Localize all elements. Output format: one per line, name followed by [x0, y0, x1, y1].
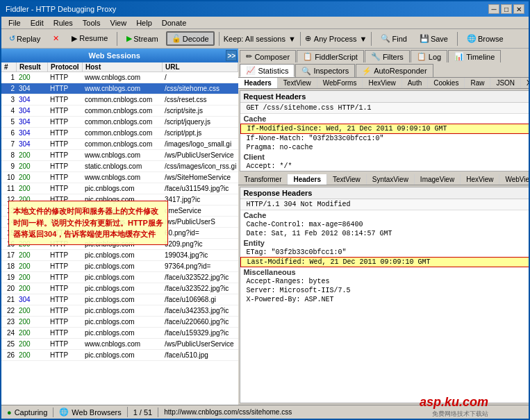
resp-accept-ranges: Accept-Ranges: bytes: [240, 277, 529, 286]
resp-tab-webview[interactable]: WebView: [499, 174, 529, 185]
sub-tab-headers[interactable]: Headers: [238, 78, 277, 88]
sub-tab-raw[interactable]: Raw: [465, 78, 490, 88]
resp-tab-headers[interactable]: Headers: [288, 174, 326, 185]
resp-tab-transformer[interactable]: Transformer: [238, 174, 288, 185]
sub-tab-auth[interactable]: Auth: [402, 78, 429, 88]
response-entity-group: Entity ETag: "03f2b33c0bfcc1:0" Last-Mod…: [240, 238, 529, 267]
replay-button[interactable]: ↺ Replay: [4, 32, 45, 45]
table-row[interactable]: 23 200 HTTP pic.cnblogs.com /face/u22066…: [1, 317, 238, 328]
tab-inspectors[interactable]: 🔍 Inspectors: [295, 64, 355, 77]
sessions-title: Web Sessions: [3, 51, 226, 60]
tab-statistics[interactable]: 📈 Statistics: [240, 64, 295, 77]
brand-text: asp.ku.com: [420, 395, 488, 410]
menu-view[interactable]: View: [106, 18, 131, 28]
table-row[interactable]: 25 200 HTTP www.cnblogs.com /ws/PublicUs…: [1, 339, 238, 350]
inspectors-sub-tabs: Headers TextView WebForms HexView Auth C…: [238, 78, 529, 89]
resp-cache-control: Cache-Control: max-age=86400: [240, 220, 529, 229]
table-row[interactable]: 5 304 HTTP common.cnblogs.com /script/jq…: [1, 117, 238, 128]
filters-icon: 🔧: [371, 52, 381, 61]
resume-button[interactable]: ▶ Resume: [67, 32, 113, 45]
toolbar-sep2: [219, 32, 220, 46]
table-row[interactable]: 3 304 HTTP common.cnblogs.com /css/reset…: [1, 94, 238, 106]
menu-edit[interactable]: Edit: [26, 18, 48, 28]
sub-tab-hexview[interactable]: HexView: [363, 78, 401, 88]
sub-tab-webforms[interactable]: WebForms: [317, 78, 363, 88]
table-row[interactable]: 6 304 HTTP common.cnblogs.com /script/pp…: [1, 128, 238, 139]
resp-tab-textview[interactable]: TextView: [327, 174, 367, 185]
tab-log[interactable]: 📋 Log: [411, 50, 447, 62]
browse-button[interactable]: 🌐 Browse: [462, 32, 508, 45]
table-row[interactable]: 2 304 HTTP www.cnblogs.com /css/sitehome…: [1, 83, 238, 94]
maximize-button[interactable]: □: [501, 4, 512, 14]
right-panel: ✏ Composer 📋 FiddlerScript 🔧 Filters 📋 L…: [238, 49, 529, 405]
tab-autoresponder[interactable]: ⚡ AutoResponder: [356, 64, 433, 77]
status-page-count: 1 / 51: [128, 408, 159, 417]
col-header-result[interactable]: Result: [17, 62, 48, 72]
top-tab-bar: ✏ Composer 📋 FiddlerScript 🔧 Filters 📋 L…: [238, 49, 529, 62]
table-row[interactable]: 11 200 HTTP pic.cnblogs.com /face/u31154…: [1, 183, 238, 194]
save-button[interactable]: 💾 Save: [415, 32, 453, 45]
tab-timeline[interactable]: 📊 Timeline: [448, 50, 501, 62]
table-row[interactable]: 21 304 HTTP pic.cnblogs.com /face/u10696…: [1, 294, 238, 305]
stream-button[interactable]: ▶ Stream: [122, 32, 163, 45]
status-capturing[interactable]: ● Capturing: [1, 408, 53, 417]
tab-fiddlerscript[interactable]: 📋 FiddlerScript: [297, 50, 364, 62]
sessions-table[interactable]: 1 200 HTTP www.cnblogs.com / 2 304 HTTP …: [1, 72, 238, 405]
tab-filters[interactable]: 🔧 Filters: [365, 50, 410, 62]
table-row[interactable]: 17 200 HTTP pic.cnblogs.com 199034.jpg?i…: [1, 250, 238, 261]
response-cache-group: Cache Cache-Control: max-age=86400 Date:…: [240, 210, 529, 238]
sessions-header: Web Sessions >>: [1, 49, 238, 62]
toolbar: ↺ Replay ✕ ▶ Resume ▶ Stream 🔓 Decode Ke…: [1, 29, 529, 49]
table-row[interactable]: 18 200 HTTP pic.cnblogs.com 97364.png?id…: [1, 261, 238, 272]
table-row[interactable]: 24 200 HTTP pic.cnblogs.com /face/u15932…: [1, 328, 238, 339]
table-row[interactable]: 19 200 HTTP pic.cnblogs.com /face/u32352…: [1, 272, 238, 283]
table-row[interactable]: 1 200 HTTP www.cnblogs.com /: [1, 72, 238, 83]
remove-button[interactable]: ✕: [48, 32, 64, 45]
toolbar-sep3: [300, 32, 301, 46]
sub-tab-textview[interactable]: TextView: [278, 78, 317, 88]
menu-file[interactable]: File: [4, 18, 25, 28]
sub-tab-xml[interactable]: XML: [521, 78, 529, 88]
toolbar-sep4: [371, 32, 372, 46]
resp-tab-syntaxview[interactable]: SyntaxView: [367, 174, 415, 185]
table-row[interactable]: 4 304 HTTP common.cnblogs.com /script/si…: [1, 106, 238, 117]
collapse-button[interactable]: >>: [226, 50, 237, 61]
col-header-num[interactable]: #: [1, 62, 17, 72]
table-row[interactable]: 22 200 HTTP pic.cnblogs.com /face/u34235…: [1, 305, 238, 317]
title-bar: Fiddler - HTTP Debugging Proxy ─ □ ✕: [1, 1, 529, 17]
menu-help[interactable]: Help: [132, 18, 156, 28]
request-line: GET /css/sitehome.css HTTP/1.1: [240, 103, 529, 114]
find-button[interactable]: 🔍 Find: [376, 32, 411, 45]
col-header-protocol[interactable]: Protocol: [48, 62, 83, 72]
resp-date: Date: Sat, 11 Feb 2012 08:14:57 GMT: [240, 229, 529, 238]
menu-rules[interactable]: Rules: [49, 18, 77, 28]
col-header-url[interactable]: URL: [163, 62, 238, 72]
composer-icon: ✏: [246, 52, 252, 61]
browse-icon: 🌐: [467, 34, 477, 43]
tab-composer[interactable]: ✏ Composer: [240, 50, 296, 62]
col-header-host[interactable]: Host: [83, 62, 163, 72]
close-button[interactable]: ✕: [513, 4, 524, 14]
decode-button[interactable]: 🔓 Decode: [166, 31, 215, 46]
table-row[interactable]: 26 200 HTTP pic.cnblogs.com /face/u510.j…: [1, 350, 238, 361]
process-dropdown-icon[interactable]: ▼: [360, 35, 367, 43]
web-icon: 🌐: [59, 408, 69, 417]
table-row[interactable]: 9 200 HTTP static.cnblogs.com /css/image…: [1, 161, 238, 172]
resp-tab-hexview[interactable]: HexView: [461, 174, 499, 185]
resp-tab-imageview[interactable]: ImageView: [415, 174, 461, 185]
table-row[interactable]: 20 200 HTTP pic.cnblogs.com /face/u32352…: [1, 283, 238, 294]
sub-tab-json[interactable]: JSON: [490, 78, 521, 88]
table-row[interactable]: 7 304 HTTP common.cnblogs.com /images/lo…: [1, 139, 238, 150]
request-headers-panel: Request Headers [Raw] [Header Definition…: [240, 90, 529, 171]
table-row[interactable]: 10 200 HTTP www.cnblogs.com /ws/SiteHome…: [1, 172, 238, 183]
minimize-button[interactable]: ─: [488, 4, 499, 14]
statistics-icon: 📈: [246, 66, 256, 75]
status-web-browsers[interactable]: 🌐 Web Browsers: [53, 407, 127, 417]
brand-area: asp.ku.com 免费网络技术下载站: [420, 395, 488, 419]
header-if-modified-since: If-Modified-Since: Wed, 21 Dec 2011 09:0…: [240, 124, 529, 134]
keep-dropdown-icon[interactable]: ▼: [288, 35, 296, 43]
menu-donate[interactable]: Donate: [158, 18, 190, 28]
sub-tab-cookies[interactable]: Cookies: [428, 78, 465, 88]
menu-tools[interactable]: Tools: [78, 18, 105, 28]
table-row[interactable]: 8 200 HTTP www.cnblogs.com /ws/PublicUse…: [1, 150, 238, 161]
